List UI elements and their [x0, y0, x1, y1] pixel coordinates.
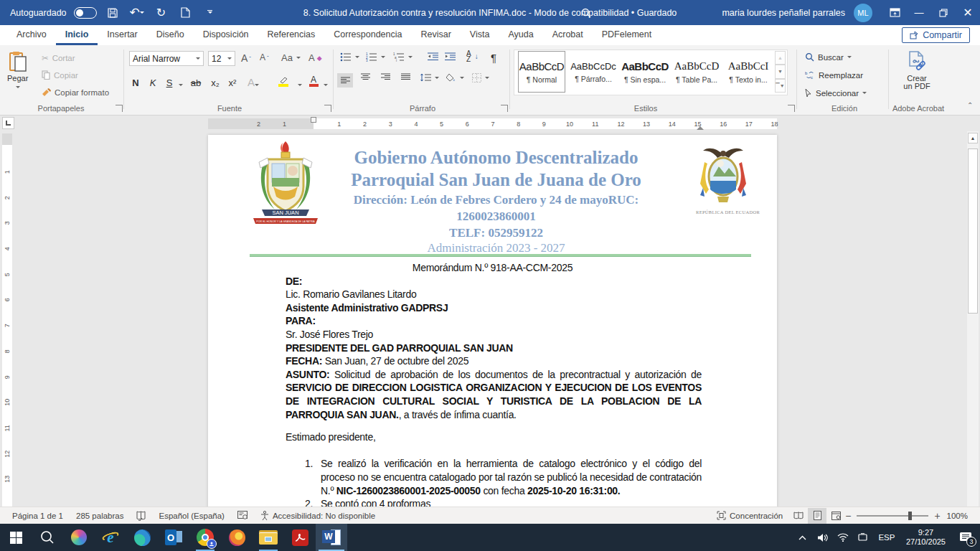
word-icon[interactable]: W	[316, 524, 347, 551]
share-button[interactable]: Compartir	[902, 27, 970, 43]
customize-qat-button[interactable]	[202, 4, 219, 22]
save-button[interactable]	[104, 4, 121, 22]
cast-icon[interactable]	[853, 524, 873, 551]
styles-dialog-launcher[interactable]	[788, 105, 795, 112]
select-button[interactable]: Seleccionar	[805, 88, 867, 98]
zoom-slider-thumb[interactable]	[908, 512, 912, 520]
zoom-level[interactable]: 100%	[941, 507, 974, 524]
highlight-options[interactable]	[296, 74, 304, 90]
wifi-icon[interactable]	[833, 524, 853, 551]
user-name[interactable]: maria lourdes peñafiel parrales	[722, 8, 845, 18]
edge-icon[interactable]	[126, 524, 158, 551]
align-center-button[interactable]	[357, 73, 373, 81]
styles-scroll-up[interactable]: ▲	[775, 51, 786, 65]
font-color-button[interactable]: A	[307, 74, 320, 90]
acrobat-icon[interactable]	[284, 524, 316, 551]
grow-font-button[interactable]: Aˆ	[241, 52, 251, 64]
horizontal-ruler[interactable]: 2 1 123456789101112131415161718	[208, 118, 777, 129]
tab-inicio[interactable]: Inicio	[56, 25, 98, 45]
paragraph-dialog-launcher[interactable]	[501, 105, 508, 112]
print-layout-button[interactable]	[808, 508, 826, 524]
text-effects-button[interactable]: A	[247, 74, 260, 90]
proofing-icon[interactable]	[130, 507, 152, 524]
focus-mode-button[interactable]: Concentración	[710, 507, 789, 524]
italic-button[interactable]: K	[146, 74, 159, 90]
tab-vista[interactable]: Vista	[461, 25, 499, 45]
autosave-toggle[interactable]	[74, 7, 97, 19]
language-indicator[interactable]: ESP	[873, 524, 900, 551]
tab-stop-selector[interactable]	[2, 117, 14, 129]
increase-indent-button[interactable]	[445, 52, 456, 61]
style-table-paragraph[interactable]: AaBbCcD ¶ Table Pa...	[673, 51, 720, 93]
file-explorer-icon[interactable]	[253, 524, 284, 551]
align-right-button[interactable]	[377, 73, 393, 81]
replace-button[interactable]: bc Reemplazar	[805, 70, 863, 80]
outlook-icon[interactable]: O	[158, 524, 189, 551]
styles-scroll-down[interactable]: ▼	[775, 65, 786, 78]
chrome-icon[interactable]	[189, 524, 221, 551]
paste-button[interactable]: Pegar	[7, 51, 28, 90]
underline-button[interactable]: S	[164, 74, 175, 90]
accessibility-status[interactable]: Accesibilidad: No disponible	[254, 507, 382, 524]
bold-button[interactable]: N	[129, 74, 142, 90]
search-icon[interactable]	[574, 0, 598, 25]
shrink-font-button[interactable]: Aˇ	[260, 52, 269, 62]
format-painter-button[interactable]: Copiar formato	[42, 88, 109, 97]
clock[interactable]: 9:27 27/10/2025	[900, 528, 951, 547]
close-button[interactable]: ✕	[956, 0, 980, 25]
change-case-button[interactable]: Aa	[281, 52, 301, 63]
undo-button[interactable]: ↶	[128, 4, 146, 22]
scroll-up-arrow[interactable]: ▲	[968, 133, 978, 143]
avatar[interactable]: ML	[854, 4, 872, 22]
shading-button[interactable]	[446, 73, 464, 82]
tab-acrobat[interactable]: Acrobat	[543, 25, 593, 45]
notifications-button[interactable]: 3	[951, 524, 980, 551]
justify-button[interactable]	[397, 73, 413, 81]
page-indicator[interactable]: Página 1 de 1	[6, 507, 70, 524]
subscript-button[interactable]: x₂	[208, 74, 222, 90]
line-spacing-button[interactable]	[420, 73, 439, 82]
tab-correspondencia[interactable]: Correspondencia	[324, 25, 411, 45]
style-texto-independiente[interactable]: AaBbCcI ¶ Texto in...	[725, 51, 772, 93]
volume-icon[interactable]	[813, 524, 833, 551]
clipboard-dialog-launcher[interactable]	[116, 105, 123, 112]
vertical-ruler[interactable]: 12345678910111213	[2, 133, 12, 507]
tab-disposicion[interactable]: Disposición	[194, 25, 258, 45]
copy-button[interactable]: Copiar	[42, 70, 78, 80]
new-document-button[interactable]	[177, 4, 194, 22]
text-predictions-icon[interactable]	[231, 507, 254, 524]
copilot-icon[interactable]	[63, 524, 95, 551]
font-color-options[interactable]	[321, 74, 330, 90]
strikethrough-button[interactable]: ab	[188, 74, 204, 90]
tab-ayuda[interactable]: Ayuda	[499, 25, 542, 45]
zoom-in-button[interactable]: +	[934, 510, 940, 522]
zoom-slider[interactable]	[857, 515, 928, 517]
redo-button[interactable]: ↻	[153, 4, 170, 22]
underline-options[interactable]	[176, 74, 185, 90]
find-button[interactable]: Buscar	[805, 52, 852, 62]
tab-archivo[interactable]: Archivo	[7, 25, 56, 45]
highlight-button[interactable]	[274, 74, 293, 90]
show-marks-button[interactable]: ¶	[491, 52, 496, 64]
language-indicator[interactable]: Español (España)	[152, 507, 230, 524]
first-line-indent-marker[interactable]	[311, 117, 316, 123]
multilevel-list-button[interactable]: 1ai	[393, 52, 413, 62]
font-size-combo[interactable]: 12	[208, 51, 235, 66]
font-family-combo[interactable]: Arial Narrow	[129, 51, 204, 66]
style-sin-espaciado[interactable]: AaBbCcD ¶ Sin espa...	[621, 51, 669, 93]
web-layout-button[interactable]	[826, 508, 845, 524]
tab-referencias[interactable]: Referencias	[258, 25, 325, 45]
borders-button[interactable]	[472, 73, 489, 83]
taskbar-search-icon[interactable]	[32, 524, 63, 551]
bullets-button[interactable]	[340, 52, 359, 62]
cut-button[interactable]: ✂Cortar	[42, 53, 75, 63]
sort-button[interactable]: AZ ↓	[466, 51, 479, 62]
zoom-out-button[interactable]: −	[845, 510, 851, 522]
collapse-ribbon-button[interactable]: ⌃	[967, 101, 973, 109]
scrollbar-thumb[interactable]	[968, 149, 978, 314]
firefox-icon[interactable]	[221, 524, 253, 551]
tab-revisar[interactable]: Revisar	[411, 25, 460, 45]
style-normal[interactable]: AaBbCcD ¶ Normal	[518, 51, 565, 93]
show-hidden-icons[interactable]	[793, 524, 813, 551]
styles-more-button[interactable]: ▔▼	[775, 79, 786, 93]
